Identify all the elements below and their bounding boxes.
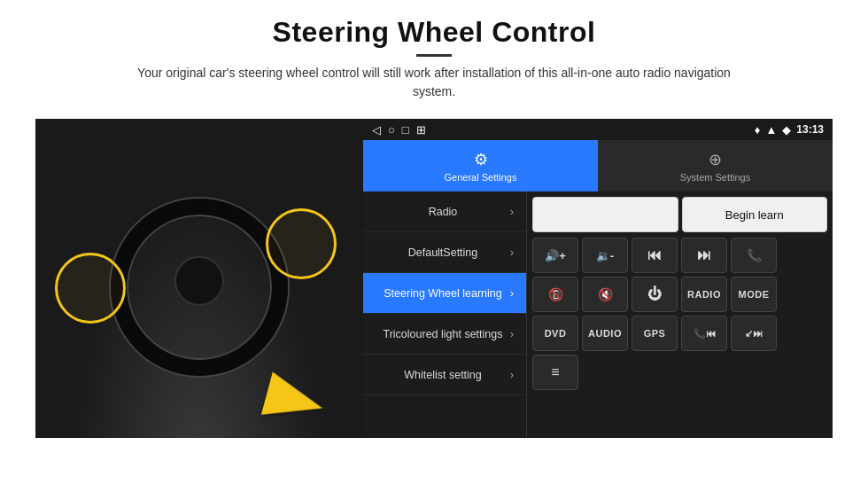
controls-panel: Begin learn 🔊+ 🔉- ⏮ bbox=[527, 191, 833, 438]
power-button[interactable]: ⏻ bbox=[632, 277, 678, 312]
menu-item-tricoloured[interactable]: Tricoloured light settings › bbox=[363, 314, 526, 355]
general-settings-icon: ⚙ bbox=[474, 150, 488, 169]
recents-icon: □ bbox=[402, 123, 409, 137]
wifi-icon: ◆ bbox=[782, 123, 791, 137]
menu-steering-label: Steering Wheel learning bbox=[376, 287, 510, 300]
vol-down-icon: 🔉- bbox=[596, 249, 614, 262]
phone-icon: 📞 bbox=[747, 248, 762, 262]
menu-whitelist-chevron: › bbox=[510, 369, 514, 381]
page-title: Steering Wheel Control bbox=[35, 16, 833, 49]
skip-next-icon: ↙⏭ bbox=[745, 328, 763, 340]
home-icon: ○ bbox=[388, 123, 395, 137]
location-icon: ♦ bbox=[755, 123, 761, 137]
vol-up-button[interactable]: 🔊+ bbox=[532, 238, 578, 273]
menu-default-chevron: › bbox=[510, 246, 514, 259]
menu-item-steering-wheel[interactable]: Steering Wheel learning › bbox=[363, 273, 526, 314]
menu-radio-label: Radio bbox=[376, 206, 510, 218]
power-icon: ⏻ bbox=[647, 286, 662, 302]
mode-button[interactable]: MODE bbox=[731, 277, 777, 312]
menu-whitelist-label: Whitelist setting bbox=[376, 369, 510, 381]
tab-general-label: General Settings bbox=[445, 172, 517, 183]
android-panel: ◁ ○ □ ⊞ ♦ ▲ ◆ 13:13 ⚙ General Settings bbox=[363, 119, 833, 438]
controls-row-4: ≡ bbox=[532, 355, 827, 390]
next-icon: ⏭ bbox=[697, 247, 711, 263]
dvd-button[interactable]: DVD bbox=[532, 316, 578, 351]
hangup-button[interactable]: 📵 bbox=[532, 277, 578, 312]
arrow-indicator bbox=[266, 380, 337, 425]
prev-icon: ⏮ bbox=[647, 247, 662, 263]
menu-tricoloured-label: Tricoloured light settings bbox=[376, 328, 510, 340]
status-bar: ◁ ○ □ ⊞ ♦ ▲ ◆ 13:13 bbox=[363, 119, 833, 140]
arrow-shape bbox=[261, 371, 341, 433]
title-divider bbox=[416, 54, 452, 57]
radio-label: RADIO bbox=[687, 289, 721, 300]
mute-icon: 🔇 bbox=[598, 287, 613, 301]
status-right-info: ♦ ▲ ◆ 13:13 bbox=[755, 123, 824, 137]
menu-item-default-setting[interactable]: DefaultSetting › bbox=[363, 232, 526, 273]
gps-button[interactable]: GPS bbox=[632, 316, 678, 351]
list-icon: ≡ bbox=[551, 364, 559, 380]
tab-bar: ⚙ General Settings ⊕ System Settings bbox=[363, 140, 833, 191]
dvd-label: DVD bbox=[545, 328, 567, 339]
menu-item-radio[interactable]: Radio › bbox=[363, 191, 526, 232]
list-button[interactable]: ≡ bbox=[532, 355, 578, 390]
menu-default-label: DefaultSetting bbox=[376, 246, 510, 259]
controls-row-3: DVD AUDIO GPS 📞⏮ ↙⏭ bbox=[532, 316, 827, 351]
signal-icon: ▲ bbox=[765, 123, 777, 137]
mute-button[interactable]: 🔇 bbox=[582, 277, 628, 312]
controls-row-top: Begin learn bbox=[532, 197, 827, 232]
button-group-left-highlight bbox=[55, 253, 126, 324]
menu-tricoloured-chevron: › bbox=[510, 328, 514, 340]
menu-radio-chevron: › bbox=[510, 206, 514, 218]
hangup-icon: 📵 bbox=[548, 287, 563, 301]
vol-down-button[interactable]: 🔉- bbox=[582, 238, 628, 273]
radio-button[interactable]: RADIO bbox=[681, 277, 727, 312]
content-area: ◁ ○ □ ⊞ ♦ ▲ ◆ 13:13 ⚙ General Settings bbox=[35, 119, 833, 438]
phone-prev-icon: 📞⏮ bbox=[694, 328, 716, 340]
answer-call-button[interactable]: 📞 bbox=[731, 238, 777, 273]
phone-prev-button[interactable]: 📞⏮ bbox=[681, 316, 727, 351]
steering-wheel-hub bbox=[174, 256, 224, 306]
audio-label: AUDIO bbox=[588, 328, 622, 339]
back-icon: ◁ bbox=[372, 123, 381, 137]
tab-general-settings[interactable]: ⚙ General Settings bbox=[363, 140, 598, 191]
mode-label: MODE bbox=[739, 289, 770, 300]
controls-row-1: 🔊+ 🔉- ⏮ ⏭ 📞 bbox=[532, 238, 827, 273]
prev-track-button[interactable]: ⏮ bbox=[632, 238, 678, 273]
menu-item-whitelist[interactable]: Whitelist setting › bbox=[363, 355, 526, 395]
begin-learn-button[interactable]: Begin learn bbox=[682, 197, 828, 232]
dashboard-bg bbox=[35, 119, 363, 438]
audio-button[interactable]: AUDIO bbox=[582, 316, 628, 351]
tab-system-settings[interactable]: ⊕ System Settings bbox=[598, 140, 833, 191]
menu-panel: Radio › DefaultSetting › Steering Wheel … bbox=[363, 191, 527, 438]
status-left-icons: ◁ ○ □ ⊞ bbox=[372, 123, 426, 137]
button-group-right-highlight bbox=[266, 208, 337, 279]
gps-label: GPS bbox=[644, 328, 666, 339]
system-settings-icon: ⊕ bbox=[709, 150, 722, 169]
controls-row-2: 📵 🔇 ⏻ RADIO MODE bbox=[532, 277, 827, 312]
vol-up-icon: 🔊+ bbox=[545, 249, 566, 262]
menu-icon: ⊞ bbox=[416, 123, 426, 137]
status-time: 13:13 bbox=[796, 123, 824, 136]
page-subtitle: Your original car's steering wheel contr… bbox=[124, 64, 744, 101]
android-main: Radio › DefaultSetting › Steering Wheel … bbox=[363, 191, 833, 438]
next-track-button[interactable]: ⏭ bbox=[681, 238, 727, 273]
tab-system-label: System Settings bbox=[680, 172, 750, 183]
empty-cell-top bbox=[532, 197, 678, 232]
steering-wheel-panel bbox=[35, 119, 363, 438]
skip-next-button[interactable]: ↙⏭ bbox=[731, 316, 777, 351]
menu-steering-chevron: › bbox=[510, 287, 514, 300]
